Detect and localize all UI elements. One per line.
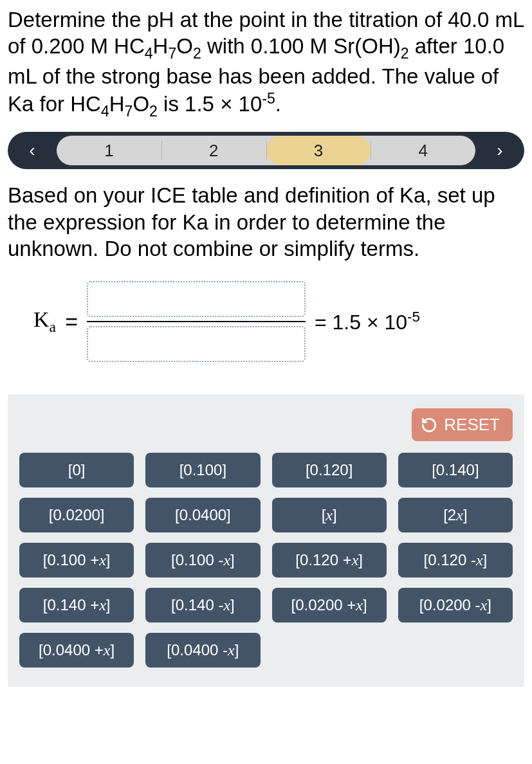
ka-value: = 1.5 × 10-5 xyxy=(315,309,420,334)
next-arrow[interactable]: › xyxy=(479,136,520,165)
question-text: Determine the pH at the point in the tit… xyxy=(8,6,524,120)
answer-tile[interactable]: [0.140 + x] xyxy=(19,588,134,623)
ka-symbol: Ka xyxy=(33,307,56,336)
equation: Ka = = 1.5 × 10-5 xyxy=(33,281,524,362)
step-3[interactable]: 3 xyxy=(266,136,371,165)
reset-button[interactable]: RESET xyxy=(412,408,513,441)
step-1[interactable]: 1 xyxy=(57,136,161,165)
answer-tile[interactable]: [x] xyxy=(272,498,387,532)
tile-grid: [0][0.100][0.120][0.140][0.0200][0.0400]… xyxy=(19,453,513,668)
instruction-text: Based on your ICE table and definition o… xyxy=(8,182,524,262)
answer-tile[interactable]: [0.140 - x] xyxy=(145,588,260,623)
answer-tile[interactable]: [0.0400] xyxy=(145,498,260,532)
reset-label: RESET xyxy=(444,415,500,435)
answer-tile[interactable]: [0.100] xyxy=(145,453,260,487)
fraction-bar xyxy=(87,321,306,322)
answer-tile[interactable]: [0.100 - x] xyxy=(145,543,260,578)
step-nav: ‹ 1234 › xyxy=(8,132,524,169)
answer-tile[interactable]: [0.0400 + x] xyxy=(19,633,134,668)
fraction xyxy=(87,281,306,362)
denominator-dropzone[interactable] xyxy=(87,326,306,362)
answer-tile[interactable]: [0.0200] xyxy=(19,498,134,532)
answer-tile[interactable]: [2x] xyxy=(398,498,513,532)
answer-tile[interactable]: [0.120] xyxy=(272,453,387,487)
answer-tile[interactable]: [0.100 + x] xyxy=(19,543,134,578)
answer-tile[interactable]: [0] xyxy=(19,453,134,487)
step-4[interactable]: 4 xyxy=(371,136,475,165)
answer-tile[interactable]: [0.120 + x] xyxy=(272,543,387,578)
step-2[interactable]: 2 xyxy=(161,136,266,165)
undo-icon xyxy=(421,417,437,433)
answer-tile[interactable]: [0.0200 + x] xyxy=(272,588,387,623)
answer-tile[interactable]: [0.140] xyxy=(398,453,513,487)
answer-tile[interactable]: [0.120 - x] xyxy=(398,543,513,578)
answer-tile-area: RESET [0][0.100][0.120][0.140][0.0200][0… xyxy=(8,394,524,687)
equals-sign: = xyxy=(65,309,78,334)
answer-tile[interactable]: [0.0200 - x] xyxy=(398,588,513,623)
step-list: 1234 xyxy=(57,136,475,165)
prev-arrow[interactable]: ‹ xyxy=(12,136,53,165)
numerator-dropzone[interactable] xyxy=(87,281,306,317)
answer-tile[interactable]: [0.0400 - x] xyxy=(145,633,260,668)
